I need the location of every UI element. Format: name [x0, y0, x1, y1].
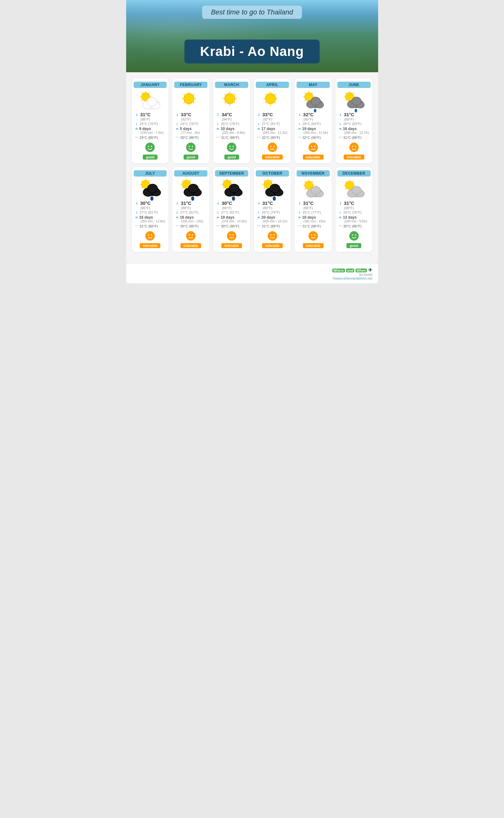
svg-point-15: [151, 146, 152, 147]
month-card-december: DECEMBER 🌡 31°C (88°F) 🌡: [335, 167, 373, 252]
temp-high-f: (88°F): [263, 206, 288, 210]
month-label: JANUARY: [134, 82, 167, 88]
temp-high-f: (94°F): [222, 117, 247, 121]
smiley-icon: [186, 142, 196, 153]
sea-temp: 30°C (86°F): [343, 224, 362, 228]
temp-low-row: 🌡 28°C (83°F): [298, 122, 329, 126]
temp-low: 24°C (76°F): [343, 211, 362, 214]
svg-point-28: [225, 94, 235, 104]
svg-line-168: [312, 181, 313, 182]
temp-high: 30°C: [222, 200, 232, 206]
thermometer-low-icon: 🌡: [135, 211, 138, 214]
rating-badge: tolerable: [344, 154, 364, 159]
rating-badge: tolerable: [262, 154, 283, 159]
svg-line-46: [274, 102, 276, 103]
rain-days: 5 days: [180, 126, 191, 131]
svg-point-37: [227, 142, 236, 152]
svg-point-193: [355, 234, 356, 236]
sea-temp: 32°C (90°F): [262, 136, 280, 139]
rain-icon: 🌧: [216, 127, 220, 131]
svg-line-114: [189, 180, 190, 181]
temp-high: 33°C: [181, 112, 191, 117]
temp-low: 27°C (81°F): [221, 211, 239, 214]
sea-temp: 32°C (90°F): [303, 136, 321, 139]
svg-line-7: [148, 93, 150, 94]
temp-high: 31°C: [344, 112, 355, 117]
thermometer-icon: 🌡: [175, 112, 180, 117]
month-label: APRIL: [256, 82, 289, 88]
header: Best time to go to Thailand Krabi - Ao N…: [126, 0, 378, 72]
smiley-icon: [227, 142, 237, 153]
thermometer-low-icon: 🌡: [216, 122, 220, 126]
wave-icon: 〰: [175, 224, 179, 229]
main-content: JANUARY 🌡 31°C (88°F) 🌡 24°C (76°F): [126, 72, 378, 264]
svg-line-166: [305, 181, 306, 182]
month-card-january: JANUARY 🌡 31°C (88°F) 🌡 24°C (76°F): [132, 78, 169, 163]
footer-tagline: (to travel): [332, 273, 373, 277]
svg-point-25: [186, 142, 196, 152]
sea-temp: 31°C (88°F): [343, 136, 362, 139]
temp-high-row: 🌡 31°C: [298, 200, 329, 206]
rain-row: 🌧 20 days: [257, 215, 288, 220]
temp-section: 🌡 31°C (88°F) 🌡 26°C (79°F) 🌧 20 days (4…: [256, 200, 289, 229]
temp-high: 31°C: [344, 200, 355, 206]
svg-point-105: [151, 234, 152, 236]
rating-badge: good: [184, 154, 198, 159]
month-label: NOVEMBER: [297, 170, 330, 176]
temp-high-f: (90°F): [303, 117, 329, 121]
rain-mm: (293 mm - 11.5in): [303, 131, 329, 134]
svg-point-192: [352, 234, 353, 236]
svg-point-175: [311, 234, 312, 236]
svg-line-61: [305, 99, 306, 101]
sea-temp: 31°C (88°F): [262, 224, 280, 228]
thermometer-low-icon: 🌡: [257, 211, 260, 214]
rating-section: tolerable: [303, 142, 324, 159]
rain-days: 17 days: [261, 126, 275, 131]
temp-high-row: 🌡 33°C: [175, 112, 206, 117]
rain-icon: 🌧: [298, 127, 301, 131]
svg-point-139: [227, 231, 236, 241]
month-card-october: OCTOBER 🌡 31°C (88°F) 🌡: [254, 167, 291, 252]
temp-low: 24°C (76°F): [140, 122, 158, 126]
sea-row: 〰 30°C (86°F): [175, 224, 206, 229]
rating-badge: tolerable: [303, 154, 324, 159]
svg-line-22: [193, 102, 194, 103]
weather-icon: [220, 90, 243, 110]
weather-icon: [343, 90, 365, 110]
sea-temp: 29°C (85°F): [140, 136, 158, 139]
smiley-icon: [267, 231, 277, 242]
weather-icon: [180, 90, 202, 110]
thermometer-icon: 🌡: [216, 201, 220, 206]
rating-badge: tolerable: [140, 243, 160, 248]
rating-section: good: [143, 142, 158, 159]
rating-badge: tolerable: [262, 243, 283, 248]
svg-line-24: [184, 102, 185, 103]
month-label: AUGUST: [174, 170, 207, 176]
rating-section: good: [184, 142, 198, 159]
temp-section: 🌡 31°C (88°F) 🌡 25°C (77°F) 🌧 18 days (3…: [297, 200, 330, 229]
rating-section: good: [224, 142, 239, 159]
rain-days: 10 days: [221, 126, 234, 131]
sea-temp: 30°C (86°F): [180, 136, 198, 139]
rain-mm: (348 mm - 13.7in): [344, 131, 369, 134]
sea-temp: 31°C (88°F): [303, 224, 321, 228]
thermometer-icon: 🌡: [257, 201, 261, 206]
svg-line-8: [142, 99, 143, 101]
svg-point-101: [147, 184, 158, 193]
svg-point-176: [314, 234, 315, 236]
svg-line-97: [142, 187, 143, 188]
svg-point-83: [352, 97, 361, 105]
svg-point-65: [311, 97, 320, 105]
temp-section: 🌡 30°C (86°F) 🌡 27°C (81°F) 🌧 18 days (3…: [215, 200, 248, 229]
svg-point-13: [145, 142, 155, 152]
wave-icon: 〰: [135, 135, 139, 140]
temp-high-f: (86°F): [222, 206, 247, 210]
weather-icon: [261, 90, 284, 110]
svg-line-130: [223, 180, 224, 181]
month-label: JULY: [134, 170, 167, 176]
rain-icon: 🌧: [257, 216, 260, 219]
page-wrapper: Best time to go to Thailand Krabi - Ao N…: [126, 0, 378, 283]
svg-line-5: [142, 93, 143, 94]
temp-low-row: 🌡 27°C (81°F): [216, 211, 247, 214]
wave-icon: 〰: [216, 224, 220, 229]
